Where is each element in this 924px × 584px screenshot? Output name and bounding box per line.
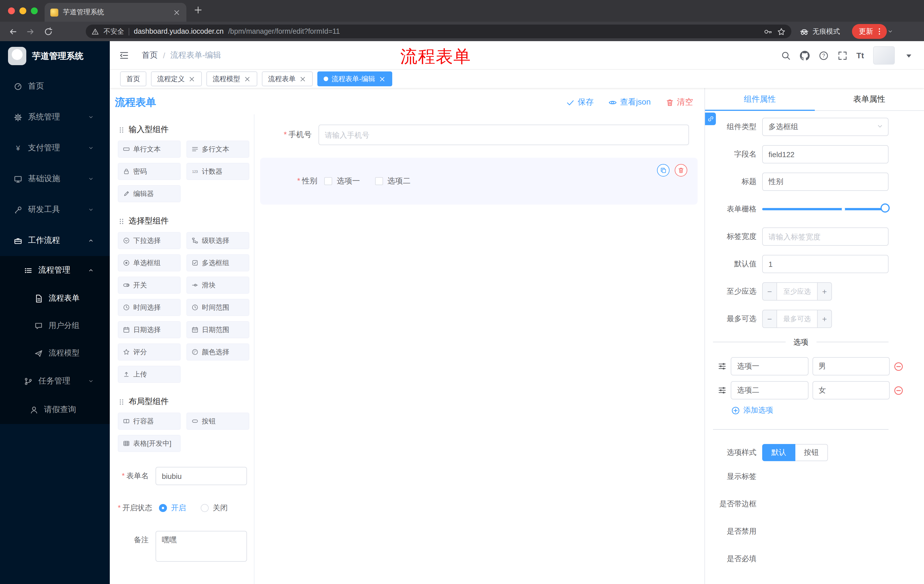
default-value-input[interactable]: [762, 255, 889, 273]
plus-button[interactable]: [817, 310, 832, 328]
palette-item-button[interactable]: 按钮: [186, 413, 249, 430]
back-button[interactable]: [8, 26, 18, 36]
palette-item-single-line-text[interactable]: 单行文本: [118, 141, 181, 158]
palette-item-table[interactable]: 表格[开发中]: [118, 435, 181, 452]
key-icon[interactable]: [764, 27, 772, 36]
user-avatar[interactable]: [873, 46, 895, 64]
tag-process-definition[interactable]: 流程定义: [151, 71, 202, 86]
new-tab-button[interactable]: [193, 5, 203, 15]
title-input[interactable]: [762, 173, 889, 191]
sidebar-item-process-form[interactable]: 流程表单: [0, 285, 110, 312]
option-2-label-input[interactable]: [731, 381, 808, 400]
radio-open[interactable]: 开启: [159, 503, 186, 513]
tag-process-form-edit[interactable]: 流程表单-编辑: [317, 71, 392, 86]
view-json-button[interactable]: 查看json: [609, 97, 651, 107]
link-icon[interactable]: [705, 113, 716, 125]
minus-button[interactable]: [762, 310, 777, 328]
palette-item-rate[interactable]: 评分: [118, 344, 181, 360]
radio-closed[interactable]: 关闭: [201, 503, 228, 513]
palette-item-time-picker[interactable]: 时间选择: [118, 299, 181, 316]
sidebar-item-process-management[interactable]: 流程管理: [0, 256, 110, 285]
grid-slider[interactable]: [762, 200, 889, 218]
sidebar-item-workflow[interactable]: 工作流程: [0, 225, 110, 256]
sidebar-item-user-group[interactable]: 用户分组: [0, 312, 110, 339]
add-option-button[interactable]: 添加选项: [731, 405, 889, 415]
remove-option-icon[interactable]: [894, 362, 903, 371]
sidebar-item-payment[interactable]: 支付管理: [0, 133, 110, 163]
sidebar-item-devtools[interactable]: 研发工具: [0, 194, 110, 225]
palette-item-date-range[interactable]: 日期范围: [186, 321, 249, 338]
option-2-value-input[interactable]: [812, 381, 890, 400]
tag-process-form[interactable]: 流程表单: [262, 71, 313, 86]
more-dots-icon[interactable]: [875, 28, 883, 35]
remove-option-icon[interactable]: [894, 385, 903, 395]
component-type-select[interactable]: [762, 118, 889, 136]
palette-item-checkbox-group[interactable]: 多选框组: [186, 254, 249, 271]
chevron-down-icon[interactable]: [904, 51, 914, 60]
selected-widget-gender[interactable]: 性别 选项一 选项二: [260, 158, 698, 204]
chevron-down-icon[interactable]: [888, 29, 893, 34]
address-bar[interactable]: 不安全 dashboard.yudao.iocoder.cn/bpm/manag…: [86, 25, 791, 38]
field-phone[interactable]: 手机号: [254, 125, 689, 145]
fullscreen-icon[interactable]: [838, 51, 847, 60]
phone-input[interactable]: [318, 125, 689, 145]
drag-handle-icon[interactable]: [718, 386, 727, 395]
github-icon[interactable]: [800, 51, 810, 60]
palette-item-slider[interactable]: 滑块: [186, 276, 249, 294]
checkbox-option-1[interactable]: 选项一: [324, 176, 360, 186]
forward-button[interactable]: [26, 26, 35, 36]
reload-button[interactable]: [43, 26, 53, 36]
max-select-input[interactable]: [777, 310, 817, 328]
tag-home[interactable]: 首页: [120, 71, 146, 86]
delete-icon[interactable]: [675, 164, 687, 176]
sidebar-item-home[interactable]: 首页: [0, 71, 110, 102]
close-icon[interactable]: [299, 75, 307, 82]
tab-close-icon[interactable]: [173, 8, 181, 16]
sidebar-item-task-management[interactable]: 任务管理: [0, 367, 110, 395]
palette-item-select[interactable]: 下拉选择: [118, 232, 181, 249]
clear-button[interactable]: 清空: [665, 97, 693, 107]
palette-item-counter[interactable]: 计数器: [186, 163, 249, 180]
palette-item-time-range[interactable]: 时间范围: [186, 299, 249, 316]
palette-item-upload[interactable]: 上传: [118, 366, 181, 383]
save-button[interactable]: 保存: [566, 97, 594, 107]
question-icon[interactable]: [819, 51, 828, 60]
palette-item-textarea[interactable]: 多行文本: [186, 141, 249, 158]
palette-item-switch[interactable]: 开关: [118, 276, 181, 294]
palette-item-color-picker[interactable]: 颜色选择: [186, 344, 249, 360]
form-name-input[interactable]: [155, 467, 247, 485]
sidebar-item-infra[interactable]: 基础设施: [0, 163, 110, 194]
palette-item-radio-group[interactable]: 单选框组: [118, 254, 181, 271]
tag-process-model[interactable]: 流程模型: [206, 71, 257, 86]
drag-handle-icon[interactable]: [718, 362, 727, 371]
window-close-button[interactable]: [8, 7, 15, 14]
bookmark-star-icon[interactable]: [777, 27, 785, 36]
remark-textarea[interactable]: 嘿嘿: [155, 531, 247, 562]
window-minimize-button[interactable]: [20, 7, 26, 14]
label-width-input[interactable]: [762, 227, 889, 246]
copy-icon[interactable]: [657, 164, 670, 176]
slider-handle[interactable]: [881, 204, 890, 212]
option-1-value-input[interactable]: [812, 357, 890, 375]
style-button-button[interactable]: 按钮: [795, 444, 828, 461]
palette-item-row-container[interactable]: 行容器: [118, 413, 181, 430]
breadcrumb-home[interactable]: 首页: [142, 50, 158, 61]
field-name-input[interactable]: [762, 145, 889, 163]
window-zoom-button[interactable]: [31, 7, 38, 14]
close-icon[interactable]: [378, 75, 386, 82]
palette-item-date-picker[interactable]: 日期选择: [118, 321, 181, 338]
tab-component-props[interactable]: 组件属性: [705, 88, 815, 110]
minus-button[interactable]: [762, 282, 777, 301]
option-1-label-input[interactable]: [731, 357, 808, 375]
sidebar-item-process-model[interactable]: 流程模型: [0, 339, 110, 367]
plus-button[interactable]: [817, 282, 832, 301]
close-icon[interactable]: [188, 75, 196, 82]
style-default-button[interactable]: 默认: [762, 444, 795, 461]
search-icon[interactable]: [781, 51, 791, 60]
palette-item-password[interactable]: 密码: [118, 163, 181, 180]
sidebar-item-system[interactable]: 系统管理: [0, 102, 110, 133]
sidebar-item-leave-query[interactable]: 请假查询: [0, 395, 110, 424]
browser-tab[interactable]: 芋道管理系统: [45, 3, 186, 22]
min-select-input[interactable]: [777, 282, 817, 301]
palette-item-cascader[interactable]: 级联选择: [186, 232, 249, 249]
